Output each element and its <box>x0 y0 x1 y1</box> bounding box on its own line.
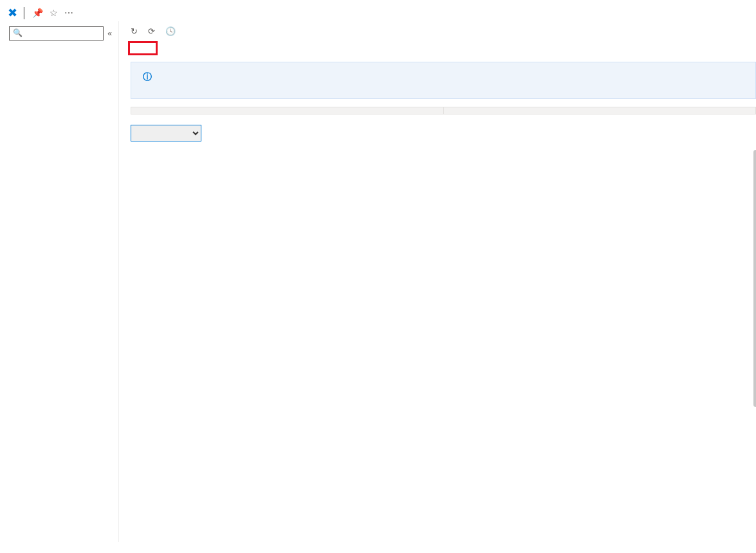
guide-table <box>131 107 756 114</box>
th-step <box>131 107 444 114</box>
main-tabs <box>128 41 158 55</box>
page-title: | <box>23 5 26 20</box>
search-input[interactable] <box>9 26 104 41</box>
info-box: ⓘ <box>131 62 756 99</box>
th-desc <box>443 107 756 114</box>
main-content: ↻ ⟳ 🕓 ⓘ <box>119 21 756 542</box>
info-icon: ⓘ <box>143 71 152 83</box>
sidebar: 🔍 « <box>0 21 119 542</box>
search-icon: 🔍 <box>13 28 23 37</box>
tools-icon: ✖ <box>8 6 17 20</box>
autorefresh-toggle[interactable]: 🕓 <box>165 26 178 36</box>
star-icon[interactable]: ☆ <box>50 8 58 18</box>
pin-icon[interactable]: 📌 <box>32 8 43 18</box>
reload-icon[interactable]: ⟳ <box>148 26 155 36</box>
more-icon[interactable]: ⋯ <box>64 8 73 18</box>
collapse-sidebar-icon[interactable]: « <box>107 29 112 38</box>
analysis-period-select[interactable] <box>131 125 201 141</box>
cpu-chart <box>131 165 739 287</box>
refresh-icon[interactable]: ↻ <box>131 26 138 36</box>
